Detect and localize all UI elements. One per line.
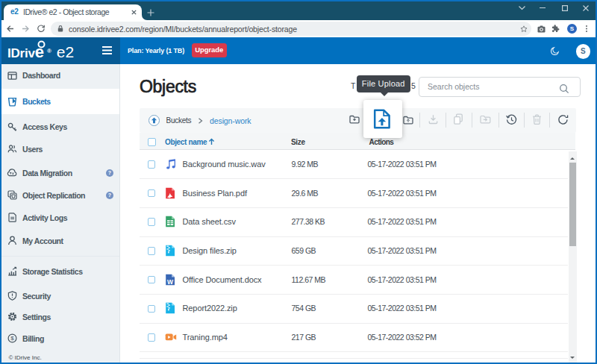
svg-text:$: $ — [10, 335, 14, 342]
svg-text:W: W — [167, 277, 174, 285]
